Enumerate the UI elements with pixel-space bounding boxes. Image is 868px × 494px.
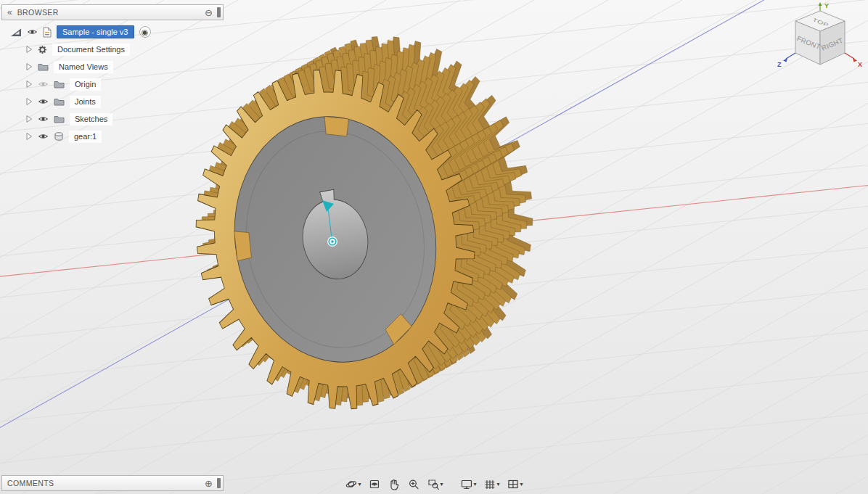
comments-panel[interactable]: COMMENTS ⊕: [1, 475, 224, 491]
zoom-window-icon: [427, 478, 439, 490]
activate-component-radio[interactable]: ◉: [139, 26, 151, 38]
browser-row-named-views[interactable]: Named Views: [1, 58, 224, 75]
browser-item-label[interactable]: Origin: [70, 78, 101, 91]
panel-drag-handle[interactable]: [217, 478, 221, 488]
minimize-panel-icon[interactable]: ⊖: [205, 8, 213, 17]
visibility-eye-icon[interactable]: [38, 98, 49, 105]
display-settings-icon: [460, 478, 472, 490]
viewports-button[interactable]: ▾: [505, 477, 525, 492]
drafting-triangle-icon: [10, 28, 22, 37]
visibility-eye-icon[interactable]: [38, 81, 49, 88]
browser-item-label[interactable]: Sample - single v3: [57, 25, 134, 38]
look-at-icon: [368, 478, 380, 490]
grid-and-snaps-button[interactable]: ▾: [482, 477, 502, 492]
dropdown-caret-icon[interactable]: ▾: [358, 482, 361, 487]
browser-item-label[interactable]: Document Settings: [52, 44, 130, 56]
browser-row-joints[interactable]: Joints: [1, 93, 224, 110]
viewcube-y-label: Y: [824, 2, 829, 9]
visibility-eye-icon[interactable]: [27, 28, 38, 36]
orbit-button[interactable]: ▾: [343, 477, 363, 492]
folder-icon: [54, 115, 65, 123]
collapse-panel-icon[interactable]: «: [7, 8, 12, 17]
folder-icon: [38, 62, 49, 71]
browser-item-label[interactable]: Sketches: [70, 113, 112, 125]
z-axis-arrow-icon: [783, 58, 787, 62]
navigation-toolbar: ▾ ▾: [343, 477, 525, 492]
panel-drag-handle[interactable]: [217, 7, 221, 17]
zoom-button[interactable]: [405, 477, 422, 492]
component-icon: [54, 131, 64, 141]
folder-icon: [54, 97, 65, 106]
visibility-eye-icon[interactable]: [38, 115, 49, 123]
browser-item-label[interactable]: Named Views: [54, 61, 113, 73]
viewcube-x-label: X: [858, 61, 862, 68]
browser-item-label[interactable]: Joints: [70, 96, 101, 108]
pan-button[interactable]: [385, 477, 402, 492]
browser-row-document-settings[interactable]: Document Settings: [1, 41, 224, 58]
expand-arrow-icon[interactable]: [25, 80, 33, 88]
expand-arrow-icon[interactable]: [25, 115, 33, 123]
gear-icon: [38, 45, 47, 54]
orbit-icon: [345, 478, 357, 490]
y-axis-arrow-icon: [819, 2, 822, 6]
grid-icon: [484, 478, 496, 490]
x-axis-stub: [845, 53, 854, 59]
zoom-window-fit-button[interactable]: ▾: [425, 477, 445, 492]
add-comment-icon[interactable]: ⊕: [205, 479, 213, 488]
z-axis-stub: [786, 53, 795, 59]
pan-hand-icon: [388, 478, 400, 490]
dropdown-caret-icon[interactable]: ▾: [440, 482, 443, 487]
zoom-icon: [407, 478, 419, 490]
folder-icon: [54, 80, 65, 88]
expand-arrow-icon[interactable]: [25, 45, 33, 54]
browser-tree: Sample - single v3 ◉ Document Settings N…: [1, 23, 224, 145]
comments-title: COMMENTS: [7, 479, 54, 487]
browser-item-label[interactable]: gear:1: [69, 131, 102, 143]
browser-row-origin[interactable]: Origin: [1, 75, 224, 93]
document-icon: [43, 27, 52, 38]
viewcube-z-label: Z: [777, 61, 782, 68]
expand-arrow-icon[interactable]: [25, 97, 33, 106]
dropdown-caret-icon[interactable]: ▾: [473, 482, 476, 487]
viewports-icon: [507, 478, 520, 490]
viewcube[interactable]: Y TOP FRONT RIGHT X Z: [775, 1, 865, 77]
dropdown-caret-icon[interactable]: ▾: [497, 482, 500, 487]
dropdown-caret-icon[interactable]: ▾: [520, 482, 523, 487]
browser-title: BROWSER: [17, 8, 59, 17]
display-settings-button[interactable]: ▾: [458, 477, 478, 492]
x-axis-arrow-icon: [853, 58, 857, 62]
browser-row-gear-component[interactable]: gear:1: [1, 128, 224, 145]
browser-header[interactable]: « BROWSER ⊖: [1, 4, 224, 20]
fusion-window: « BROWSER ⊖ Sample - single v3 ◉: [0, 0, 868, 494]
expand-arrow-icon[interactable]: [25, 62, 33, 71]
browser-row-root[interactable]: Sample - single v3 ◉: [1, 23, 224, 41]
visibility-eye-icon[interactable]: [38, 133, 49, 140]
look-at-button[interactable]: [366, 477, 382, 492]
browser-row-sketches[interactable]: Sketches: [1, 110, 224, 128]
expand-arrow-icon[interactable]: [25, 132, 33, 141]
